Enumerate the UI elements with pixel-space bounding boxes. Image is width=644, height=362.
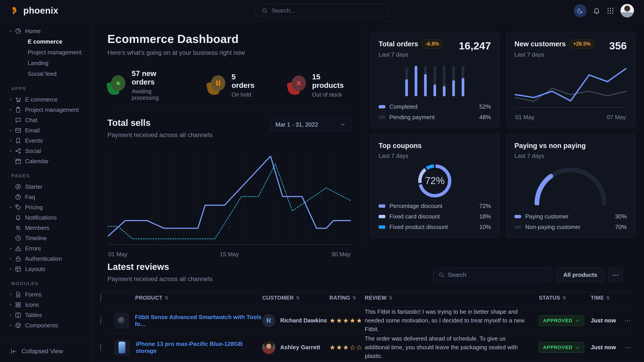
date-range-value: Mar 1 - 31, 2022 bbox=[276, 121, 318, 128]
sidebar-item-label: Social bbox=[25, 148, 41, 154]
stat-sublabel: Awating processing bbox=[132, 88, 178, 101]
user-avatar[interactable] bbox=[620, 4, 634, 18]
sidebar-item-icons[interactable]: Icons bbox=[0, 300, 93, 310]
sidebar-item-pricing[interactable]: Pricing bbox=[0, 202, 93, 212]
select-all-checkbox[interactable] bbox=[100, 294, 101, 301]
all-products-button[interactable]: All products bbox=[556, 268, 604, 282]
sidebar-item-components[interactable]: Components bbox=[0, 320, 93, 331]
sidebar-subitem-project-management[interactable]: Project management bbox=[0, 47, 93, 58]
sidebar-item-label: Tables bbox=[25, 312, 42, 319]
paying-card: Paying vs non paying Last 7 days Paying … bbox=[506, 134, 636, 238]
reviews-search-input[interactable] bbox=[448, 272, 547, 278]
theme-toggle-button[interactable] bbox=[574, 4, 587, 17]
column-header-review[interactable]: REVIEW⇅ bbox=[365, 295, 539, 301]
pause-stat-icon bbox=[207, 75, 226, 95]
column-header-time[interactable]: TIME⇅ bbox=[591, 295, 624, 301]
top-navbar: phoenix bbox=[0, 0, 644, 21]
grid4-icon bbox=[15, 301, 22, 308]
sidebar-item-project-management[interactable]: Project management bbox=[0, 105, 93, 115]
stat-value: 15 products bbox=[312, 73, 351, 90]
sidebar-item-label: Icons bbox=[25, 301, 39, 308]
legend-value: 10% bbox=[479, 224, 491, 231]
chat-icon bbox=[15, 117, 22, 123]
column-header-rating[interactable]: RATING⇅ bbox=[330, 295, 365, 301]
sidebar-item-events[interactable]: Events bbox=[0, 135, 93, 146]
status-badge: APPROVED bbox=[539, 315, 584, 326]
apps-menu-button[interactable] bbox=[606, 7, 614, 15]
users-icon bbox=[15, 225, 22, 231]
paying-legend: Paying customer30%Non-paying customer70% bbox=[514, 211, 627, 232]
question-icon bbox=[15, 194, 22, 200]
table-icon bbox=[15, 312, 22, 318]
legend-row-paying-customer: Paying customer30% bbox=[514, 211, 627, 222]
sidebar-item-layouts[interactable]: Layouts bbox=[0, 264, 93, 274]
customer-avatar[interactable] bbox=[262, 341, 275, 354]
sidebar-item-errors[interactable]: Errors bbox=[0, 243, 93, 254]
sidebar-item-chat[interactable]: Chat bbox=[0, 115, 93, 125]
global-search[interactable] bbox=[255, 4, 389, 17]
legend-swatch bbox=[514, 215, 521, 218]
row-menu-button[interactable]: ⋯ bbox=[624, 317, 631, 324]
caret-right-icon bbox=[9, 205, 15, 210]
reviews-controls: All products ⋯ bbox=[433, 268, 622, 282]
column-header-status[interactable]: STATUS⇅ bbox=[539, 295, 591, 301]
column-header-customer[interactable]: CUSTOMER⇅ bbox=[262, 295, 330, 301]
product-link[interactable]: Fitbit Sense Advanced Smartwatch with To… bbox=[135, 314, 262, 328]
sidebar-subitem-social-feed[interactable]: Social feed bbox=[0, 68, 93, 79]
sidebar-subitem-e-commerce[interactable]: E commerce bbox=[0, 36, 93, 47]
brand[interactable]: phoenix bbox=[10, 5, 58, 16]
sidebar-item-home[interactable]: Home bbox=[0, 26, 93, 36]
sidebar-item-calendar[interactable]: Calendar bbox=[0, 156, 93, 166]
reviews-search[interactable] bbox=[433, 268, 552, 282]
cart-icon bbox=[15, 96, 22, 103]
svg-text:07 May: 07 May bbox=[607, 114, 626, 120]
column-header-product[interactable]: PRODUCT⇅ bbox=[114, 295, 262, 301]
global-search-input[interactable] bbox=[272, 7, 383, 14]
new-customers-title: New customers bbox=[514, 40, 566, 48]
sort-icon: ⇅ bbox=[352, 295, 356, 301]
sidebar-item-authentication[interactable]: Authentication bbox=[0, 254, 93, 264]
row-checkbox[interactable] bbox=[100, 317, 101, 324]
product-link[interactable]: iPhone 13 pro max-Pacific Blue-128GB sto… bbox=[136, 341, 262, 355]
sidebar-item-label: Layouts bbox=[25, 266, 46, 273]
sidebar-item-forms[interactable]: Forms bbox=[0, 289, 93, 300]
collapsed-view-toggle[interactable]: Collapsed View bbox=[0, 341, 93, 362]
dashboard-cards: Total orders -6.8% Last 7 days 16,247 Co… bbox=[363, 21, 644, 249]
product-thumbnail[interactable] bbox=[114, 313, 129, 328]
sidebar-item-e-commerce[interactable]: E commerce bbox=[0, 94, 93, 105]
sidebar-item-notifications[interactable]: Notifications bbox=[0, 212, 93, 223]
sidebar-item-starter[interactable]: Starter bbox=[0, 182, 93, 192]
sidebar-item-email[interactable]: Email bbox=[0, 125, 93, 135]
product-thumbnail[interactable] bbox=[114, 340, 129, 355]
customer-avatar[interactable]: R bbox=[262, 314, 275, 327]
legend-swatch bbox=[378, 204, 385, 208]
date-range-select[interactable]: Mar 1 - 31, 2022 bbox=[270, 118, 351, 131]
sidebar-item-social[interactable]: Social bbox=[0, 146, 93, 156]
total-orders-card: Total orders -6.8% Last 7 days 16,247 Co… bbox=[370, 32, 500, 128]
section-divider bbox=[108, 110, 351, 110]
legend-value: 48% bbox=[479, 114, 491, 121]
paying-period: Last 7 days bbox=[514, 152, 586, 159]
sidebar-item-label: Pricing bbox=[25, 204, 43, 211]
legend-swatch bbox=[378, 215, 385, 218]
stats-row: ★57 new ordersAwating processing5 orders… bbox=[108, 69, 351, 101]
total-sells-chart: 01 May15 May30 May bbox=[108, 146, 351, 258]
clock-icon bbox=[15, 235, 22, 242]
sidebar-item-timeline[interactable]: Timeline bbox=[0, 233, 93, 243]
check-icon bbox=[575, 318, 580, 323]
top-coupons-chart: 72% bbox=[378, 164, 491, 199]
total-orders-chart bbox=[378, 64, 491, 99]
sidebar-subitem-landing[interactable]: Landing bbox=[0, 58, 93, 68]
legend-value: 72% bbox=[479, 203, 491, 210]
notifications-button[interactable] bbox=[592, 7, 600, 15]
sort-icon: ⇅ bbox=[606, 295, 610, 301]
sidebar-item-members[interactable]: Members bbox=[0, 223, 93, 233]
sidebar-item-label: Email bbox=[25, 127, 40, 134]
row-menu-button[interactable]: ⋯ bbox=[624, 344, 631, 351]
total-orders-badge: -6.8% bbox=[422, 39, 443, 48]
row-checkbox[interactable] bbox=[100, 344, 101, 351]
sidebar-item-tables[interactable]: Tables bbox=[0, 310, 93, 320]
sidebar-item-faq[interactable]: Faq bbox=[0, 192, 93, 202]
legend-row-completed: Completed52% bbox=[378, 101, 491, 112]
reviews-more-button[interactable]: ⋯ bbox=[608, 268, 622, 282]
